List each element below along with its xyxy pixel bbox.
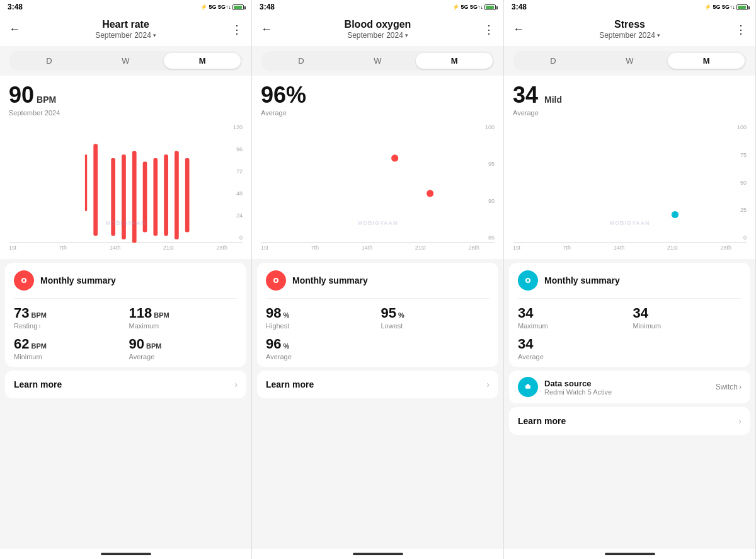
stat-average: 90 BPM Average — [129, 336, 238, 360]
header-2: ← Blood oxygen September 2024 ▾ ⋮ — [252, 14, 503, 46]
svg-rect-9 — [85, 154, 87, 211]
home-indicator-2 — [353, 553, 403, 555]
chevron-right-icon-1: › — [234, 379, 238, 389]
signal-icons: 5G 5G↑↓ — [209, 4, 231, 10]
chart-container-1: 120 96 72 48 24 0 — [9, 123, 243, 243]
tab-bar-2: D W M — [261, 51, 495, 71]
stress-panel: 3:48 ⚡ 5G 5G↑↓ ← Stress September 2024 ▾… — [504, 0, 756, 559]
stats-grid-2: 98 % Highest 95 % Lowest 96 % — [257, 299, 498, 367]
summary-icon-1 — [14, 270, 34, 291]
svg-rect-20 — [527, 384, 529, 386]
learn-more-text-2: Learn more — [266, 379, 314, 389]
signal-icons-3: 5G 5G↑↓ — [713, 4, 735, 10]
battery-icon-3 — [736, 4, 748, 10]
main-label-1: September 2024 — [9, 109, 243, 117]
switch-button[interactable]: Switch › — [716, 383, 742, 391]
stats-grid-1: 73 BPM Resting › 118 BPM Maximum 62 BPM — [5, 299, 246, 367]
chevron-down-icon-2: ▾ — [405, 32, 408, 38]
tab-month-2[interactable]: M — [416, 53, 493, 69]
card-header-3: Monthly summary — [509, 263, 750, 298]
tab-bar-1: D W M — [9, 51, 243, 71]
back-button-2[interactable]: ← — [261, 23, 272, 36]
svg-rect-8 — [185, 158, 190, 233]
bluetooth-icon-2: ⚡ — [452, 4, 459, 10]
menu-button-2[interactable]: ⋮ — [483, 23, 495, 37]
stats-grid-3: 34 Maximum 34 Minimum 34 Average — [509, 299, 750, 367]
stat-stress-min: 34 Minimum — [633, 305, 742, 330]
home-indicator-1 — [101, 553, 151, 555]
status-icons-1: ⚡ 5G 5G↑↓ — [200, 4, 244, 10]
status-bar-1: 3:48 ⚡ 5G 5G↑↓ — [0, 0, 251, 14]
svg-rect-5 — [153, 158, 158, 236]
tab-week-2[interactable]: W — [340, 53, 416, 69]
main-value-section-1: 90 BPM September 2024 — [0, 76, 251, 120]
learn-more-row-1[interactable]: Learn more › — [5, 371, 246, 398]
tab-week-1[interactable]: W — [88, 53, 164, 69]
tab-month-1[interactable]: M — [164, 53, 241, 69]
learn-more-row-2[interactable]: Learn more › — [257, 371, 498, 398]
page-title-3: Stress — [524, 19, 735, 30]
learn-more-card-3[interactable]: Learn more › — [509, 407, 750, 435]
learn-more-card-1[interactable]: Learn more › — [5, 371, 246, 398]
back-button-1[interactable]: ← — [9, 23, 20, 36]
tab-day-2[interactable]: D — [263, 53, 340, 69]
main-unit-1: BPM — [37, 95, 56, 105]
main-value-section-2: 96% Average — [252, 76, 503, 120]
chart-container-3: 100 75 50 25 0 MOBIGYAAN — [513, 123, 747, 243]
time-2: 3:48 — [260, 3, 275, 11]
tab-week-3[interactable]: W — [592, 53, 668, 69]
page-title-2: Blood oxygen — [272, 19, 483, 30]
bluetooth-icon: ⚡ — [200, 4, 207, 10]
time-3: 3:48 — [512, 3, 527, 11]
battery-icon — [232, 4, 244, 10]
svg-rect-7 — [175, 151, 179, 239]
svg-rect-0 — [93, 144, 98, 236]
data-source-row: Data source Redmi Watch 5 Active Switch … — [509, 371, 750, 403]
chart-container-2: 100 95 90 85 MOBIGYAAN — [261, 123, 495, 243]
main-number-3: 34 — [513, 82, 538, 108]
chevron-right-icon-2: › — [486, 379, 490, 389]
svg-point-13 — [427, 190, 433, 197]
tab-month-3[interactable]: M — [668, 53, 745, 69]
stat-resting: 73 BPM Resting › — [14, 305, 123, 330]
stat-highest: 98 % Highest — [266, 305, 375, 330]
data-source-name: Data source — [544, 379, 709, 388]
learn-more-card-2[interactable]: Learn more › — [257, 371, 498, 398]
monthly-summary-card-3: Monthly summary 34 Maximum 34 Minimum — [509, 263, 750, 367]
data-source-info: Data source Redmi Watch 5 Active — [544, 379, 709, 396]
chart-area-3: 100 75 50 25 0 MOBIGYAAN 1st 7th 14th 21… — [504, 120, 755, 259]
stat-stress-max: 34 Maximum — [518, 305, 627, 330]
summary-title-2: Monthly summary — [292, 275, 368, 285]
heart-rate-chart — [9, 123, 227, 257]
header-subtitle-3[interactable]: September 2024 ▾ — [524, 31, 735, 40]
main-value-2: 96% — [261, 82, 495, 108]
back-button-3[interactable]: ← — [513, 23, 524, 36]
scroll-content-1: 90 BPM September 2024 120 96 72 48 24 0 — [0, 76, 251, 549]
watermark-2: MOBIGYAAN — [357, 220, 398, 226]
data-source-device: Redmi Watch 5 Active — [544, 388, 709, 396]
tab-day-1[interactable]: D — [11, 53, 88, 69]
svg-point-15 — [275, 279, 277, 282]
menu-button-3[interactable]: ⋮ — [735, 23, 747, 37]
home-indicator-3 — [605, 553, 655, 555]
main-label-3: Average — [513, 109, 747, 117]
header-center-1: Heart rate September 2024 ▾ — [20, 19, 231, 40]
header-subtitle-1[interactable]: September 2024 ▾ — [20, 31, 231, 40]
main-number-1: 90 — [9, 82, 34, 108]
stat-maximum: 118 BPM Maximum — [129, 305, 238, 330]
stat-lowest: 95 % Lowest — [381, 305, 490, 330]
battery-icon-2 — [484, 4, 496, 10]
blood-oxygen-panel: 3:48 ⚡ 5G 5G↑↓ ← Blood oxygen September … — [252, 0, 504, 559]
header-subtitle-2[interactable]: September 2024 ▾ — [272, 31, 483, 40]
scroll-content-2: 96% Average 100 95 90 85 MOBIGYAAN — [252, 76, 503, 549]
menu-button-1[interactable]: ⋮ — [231, 23, 243, 37]
tab-day-3[interactable]: D — [515, 53, 592, 69]
bottom-bar-3 — [504, 549, 755, 559]
header-1: ← Heart rate September 2024 ▾ ⋮ — [0, 14, 251, 46]
chevron-right-icon-3: › — [738, 416, 742, 426]
learn-more-row-3[interactable]: Learn more › — [509, 407, 750, 435]
main-number-2: 96% — [261, 82, 306, 108]
summary-icon-2 — [266, 270, 286, 291]
chevron-down-icon-3: ▾ — [657, 32, 660, 38]
summary-title-1: Monthly summary — [40, 275, 116, 285]
